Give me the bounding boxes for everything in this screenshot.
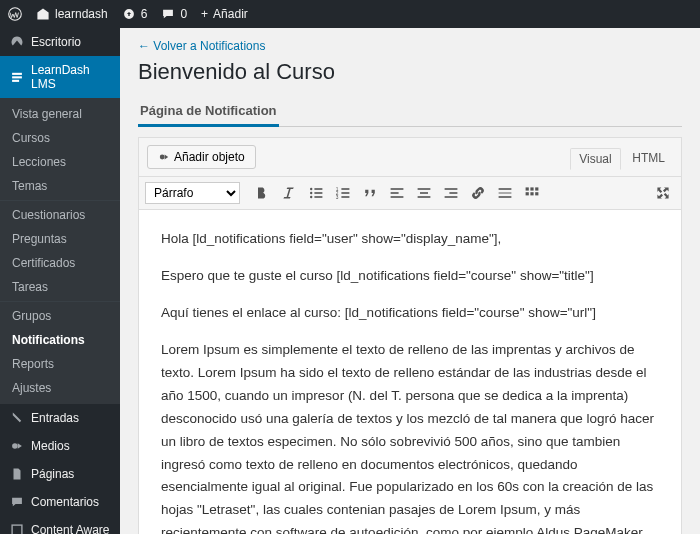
fullscreen-button[interactable]: [651, 181, 675, 205]
paragraph: Hola [ld_notifications field="user" show…: [161, 228, 659, 251]
svg-point-7: [310, 188, 312, 190]
toolbar-toggle-button[interactable]: [520, 181, 544, 205]
svg-rect-19: [391, 188, 404, 190]
svg-point-4: [12, 443, 18, 449]
svg-rect-25: [445, 188, 458, 190]
svg-rect-2: [12, 76, 22, 78]
numbered-list-button[interactable]: 123: [331, 181, 355, 205]
submenu-groups[interactable]: Grupos: [0, 304, 120, 328]
italic-button[interactable]: [277, 181, 301, 205]
svg-rect-5: [12, 525, 22, 534]
read-more-button[interactable]: [493, 181, 517, 205]
menu-learndash[interactable]: LearnDash LMS: [0, 56, 120, 98]
svg-rect-12: [314, 196, 322, 198]
svg-rect-26: [449, 192, 457, 194]
format-select[interactable]: Párrafo: [145, 182, 240, 204]
svg-rect-31: [526, 187, 529, 190]
editor: Añadir objeto Visual HTML Párrafo 123: [138, 137, 682, 534]
updates-link[interactable]: 6: [122, 7, 148, 21]
editor-content[interactable]: Hola [ld_notifications field="user" show…: [139, 210, 681, 534]
paragraph: Aquí tienes el enlace al curso: [ld_noti…: [161, 302, 659, 325]
admin-sidebar: Escritorio LearnDash LMS Vista general C…: [0, 28, 120, 534]
menu-posts[interactable]: Entradas: [0, 404, 120, 432]
site-link[interactable]: learndash: [36, 7, 108, 21]
back-to-notifications-link[interactable]: ← Volver a Notifications: [138, 39, 265, 53]
svg-point-11: [310, 196, 312, 198]
comments-link[interactable]: 0: [161, 7, 187, 21]
site-name: learndash: [55, 7, 108, 21]
svg-rect-34: [526, 192, 529, 195]
content-area: ← Volver a Notifications Bienvenido al C…: [120, 28, 700, 534]
svg-rect-36: [535, 192, 538, 195]
submenu-certificates[interactable]: Certificados: [0, 251, 120, 275]
svg-point-9: [310, 192, 312, 194]
align-center-button[interactable]: [412, 181, 436, 205]
svg-rect-33: [535, 187, 538, 190]
tab-visual[interactable]: Visual: [570, 148, 620, 170]
svg-text:3: 3: [336, 195, 339, 200]
svg-rect-3: [12, 80, 19, 82]
submenu-topics[interactable]: Temas: [0, 174, 120, 198]
menu-content-aware[interactable]: Content Aware: [0, 516, 120, 534]
svg-rect-8: [314, 188, 322, 190]
submenu-assignments[interactable]: Tareas: [0, 275, 120, 299]
editor-toolbar: Párrafo 123: [139, 177, 681, 210]
bulleted-list-button[interactable]: [304, 181, 328, 205]
submenu-overview[interactable]: Vista general: [0, 102, 120, 126]
svg-rect-10: [314, 192, 322, 194]
svg-rect-22: [418, 188, 431, 190]
add-media-button[interactable]: Añadir objeto: [147, 145, 256, 169]
svg-rect-20: [391, 192, 399, 194]
submenu-courses[interactable]: Cursos: [0, 126, 120, 150]
svg-rect-28: [499, 188, 512, 190]
align-right-button[interactable]: [439, 181, 463, 205]
admin-topbar: learndash 6 0 +Añadir: [0, 0, 700, 28]
wp-logo[interactable]: [8, 7, 22, 21]
add-new-link[interactable]: +Añadir: [201, 7, 248, 21]
blockquote-button[interactable]: [358, 181, 382, 205]
svg-rect-32: [530, 187, 533, 190]
menu-comments[interactable]: Comentarios: [0, 488, 120, 516]
tab-html[interactable]: HTML: [624, 148, 673, 168]
svg-rect-29: [499, 192, 512, 194]
plus-icon: +: [201, 7, 208, 21]
editor-mode-tabs: Visual HTML: [570, 150, 673, 165]
svg-point-6: [160, 155, 165, 160]
svg-rect-21: [391, 196, 404, 198]
submenu-learndash: Vista general Cursos Lecciones Temas Cue…: [0, 98, 120, 404]
menu-dashboard[interactable]: Escritorio: [0, 28, 120, 56]
svg-rect-23: [420, 192, 428, 194]
paragraph: Lorem Ipsum es simplemente el texto de r…: [161, 339, 659, 534]
submenu-notifications[interactable]: Notifications: [0, 328, 120, 352]
submenu-quizzes[interactable]: Cuestionarios: [0, 203, 120, 227]
menu-pages[interactable]: Páginas: [0, 460, 120, 488]
add-new-label: Añadir: [213, 7, 248, 21]
svg-rect-14: [341, 188, 349, 190]
submenu-lessons[interactable]: Lecciones: [0, 150, 120, 174]
svg-rect-27: [445, 196, 458, 198]
svg-rect-24: [418, 196, 431, 198]
svg-rect-18: [341, 196, 349, 198]
updates-count: 6: [141, 7, 148, 21]
submenu-questions[interactable]: Preguntas: [0, 227, 120, 251]
comments-count: 0: [180, 7, 187, 21]
svg-rect-30: [499, 196, 512, 198]
tab-bar: Página de Notification: [138, 97, 682, 127]
page-title: Bienvenido al Curso: [138, 59, 682, 85]
menu-media[interactable]: Medios: [0, 432, 120, 460]
svg-rect-1: [12, 73, 22, 75]
svg-rect-16: [341, 192, 349, 194]
svg-rect-35: [530, 192, 533, 195]
bold-button[interactable]: [250, 181, 274, 205]
tab-notification-page[interactable]: Página de Notification: [138, 97, 279, 127]
link-button[interactable]: [466, 181, 490, 205]
align-left-button[interactable]: [385, 181, 409, 205]
paragraph: Espero que te guste el curso [ld_notific…: [161, 265, 659, 288]
submenu-reports[interactable]: Reports: [0, 352, 120, 376]
submenu-settings[interactable]: Ajustes: [0, 376, 120, 400]
